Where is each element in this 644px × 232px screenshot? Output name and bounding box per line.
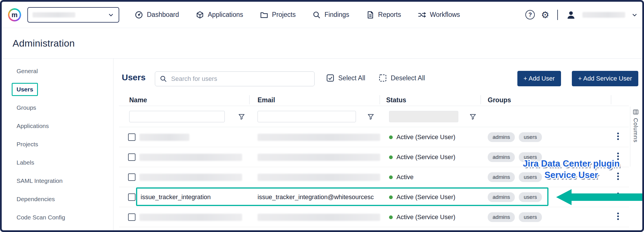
sidebar-label-selected: Users xyxy=(12,83,38,96)
logo-letter: m xyxy=(8,8,21,21)
status-active-dot xyxy=(389,195,393,199)
status-active-dot xyxy=(389,215,393,219)
search-icon xyxy=(160,75,167,83)
sidebar-item-groups[interactable]: Groups xyxy=(2,99,113,117)
nav-right-controls: ? ⚙ xyxy=(525,10,642,20)
user-avatar-icon[interactable] xyxy=(566,10,576,20)
row-actions-kebab-icon[interactable] xyxy=(617,192,619,201)
sidebar-item-users[interactable]: Users xyxy=(2,80,113,99)
group-badge: admins xyxy=(488,132,515,142)
status-filter-input[interactable] xyxy=(389,111,458,122)
table-row-highlighted[interactable]: issue_tracker_integration issue_tracker_… xyxy=(119,187,629,207)
email-filter-icon[interactable] xyxy=(367,113,374,120)
table-row[interactable]: Active (Service User) adminsusers xyxy=(119,207,629,227)
sidebar-label: Code Scan Config xyxy=(17,214,65,221)
table-filter-row xyxy=(119,106,629,127)
nav-item-workflows[interactable]: Workflows xyxy=(418,11,460,19)
column-header-groups[interactable]: Groups xyxy=(488,96,511,104)
columns-panel-toggle[interactable]: Columns xyxy=(630,107,641,167)
status-label: Active xyxy=(396,173,414,181)
group-badge: users xyxy=(519,212,542,222)
row-checkbox[interactable] xyxy=(128,213,135,221)
settings-gear-icon[interactable]: ⚙ xyxy=(541,10,549,19)
help-icon[interactable]: ? xyxy=(525,10,535,19)
nav-label: Findings xyxy=(325,11,349,19)
name-filter-input[interactable] xyxy=(129,111,225,122)
row-actions-kebab-icon[interactable] xyxy=(617,172,619,181)
help-glyph: ? xyxy=(528,11,532,18)
add-service-user-button[interactable]: + Add Service User xyxy=(572,71,638,86)
sidebar-item-applications[interactable]: Applications xyxy=(2,117,113,135)
row-checkbox[interactable] xyxy=(128,193,135,201)
sidebar-item-dependencies[interactable]: Dependencies xyxy=(2,190,113,208)
sidebar-item-labels[interactable]: Labels xyxy=(2,153,113,172)
email-filter-input[interactable] xyxy=(258,111,356,122)
deselect-all-button[interactable]: Deselect All xyxy=(378,74,425,82)
column-divider xyxy=(611,95,611,104)
name-filter-icon[interactable] xyxy=(238,113,245,120)
group-badge: admins xyxy=(488,212,515,222)
sidebar-label: Projects xyxy=(17,141,38,148)
column-header-email[interactable]: Email xyxy=(258,96,275,104)
row-actions-kebab-icon[interactable] xyxy=(617,132,619,141)
table-header-row: Name Email Status Groups xyxy=(119,93,629,106)
redacted-email xyxy=(258,174,380,181)
redacted-email xyxy=(258,214,380,221)
status-label: Active (Service User) xyxy=(396,133,455,141)
group-badge: admins xyxy=(488,152,515,162)
group-badge: users xyxy=(519,152,542,162)
sidebar-item-code-scan-config[interactable]: Code Scan Config xyxy=(2,208,113,227)
redacted-name xyxy=(139,214,242,221)
chevron-down-icon[interactable] xyxy=(631,12,638,18)
status-label: Active (Service User) xyxy=(396,153,455,161)
nav-item-projects[interactable]: Projects xyxy=(260,11,296,19)
user-name: issue_tracker_integration xyxy=(141,193,211,201)
group-badge: users xyxy=(519,172,542,182)
mend-logo: m xyxy=(8,8,21,21)
nav-item-dashboard[interactable]: Dashboard xyxy=(135,11,179,19)
workflows-icon xyxy=(418,11,426,19)
organization-selector[interactable] xyxy=(27,7,119,23)
select-all-button[interactable]: Select All xyxy=(326,74,365,82)
sidebar-label: Labels xyxy=(17,159,34,166)
projects-icon xyxy=(260,11,268,19)
group-badge: admins xyxy=(488,172,515,182)
users-heading: Users xyxy=(122,73,145,82)
page-title: Administration xyxy=(13,38,75,49)
sidebar-label: General xyxy=(17,68,38,75)
table-row[interactable]: Active adminsusers xyxy=(119,167,629,187)
table-row[interactable]: Active (Service User) adminsusers xyxy=(119,147,629,167)
redacted-name xyxy=(139,154,242,161)
nav-item-reports[interactable]: Reports xyxy=(366,11,401,19)
columns-panel-label: Columns xyxy=(632,118,639,143)
redacted-org-name xyxy=(33,12,75,17)
status-filter-icon[interactable] xyxy=(469,113,477,120)
column-divider xyxy=(249,95,250,104)
nav-label: Workflows xyxy=(430,11,460,19)
nav-item-findings[interactable]: Findings xyxy=(312,11,349,19)
row-actions-kebab-icon[interactable] xyxy=(617,212,619,221)
sidebar-item-projects[interactable]: Projects xyxy=(2,135,113,153)
column-divider xyxy=(481,95,481,104)
users-table: Name Email Status Groups xyxy=(119,93,629,227)
table-row[interactable]: Active (Service User) adminsusers xyxy=(119,127,629,147)
column-header-name[interactable]: Name xyxy=(129,96,147,104)
row-checkbox[interactable] xyxy=(128,133,135,141)
row-checkbox[interactable] xyxy=(128,173,135,181)
nav-item-applications[interactable]: Applications xyxy=(196,11,243,19)
search-input[interactable] xyxy=(171,75,310,83)
nav-label: Applications xyxy=(208,11,243,19)
page-header: Administration xyxy=(2,28,642,59)
user-email: issue_tracker_integration@whitesourcesc xyxy=(258,193,378,201)
add-user-button[interactable]: + Add User xyxy=(517,71,561,86)
column-header-status[interactable]: Status xyxy=(386,96,406,104)
sidebar-item-general[interactable]: General xyxy=(2,62,113,80)
sidebar-label: Groups xyxy=(17,104,36,111)
redacted-name xyxy=(139,174,242,181)
row-checkbox[interactable] xyxy=(128,153,135,161)
group-badge: users xyxy=(519,132,542,142)
sidebar-item-saml-integration[interactable]: SAML Integration xyxy=(2,172,113,190)
reports-icon xyxy=(366,11,374,19)
top-navigation-bar: m Dashboard Applications Projects Findin… xyxy=(2,2,642,28)
row-actions-kebab-icon[interactable] xyxy=(617,152,619,161)
